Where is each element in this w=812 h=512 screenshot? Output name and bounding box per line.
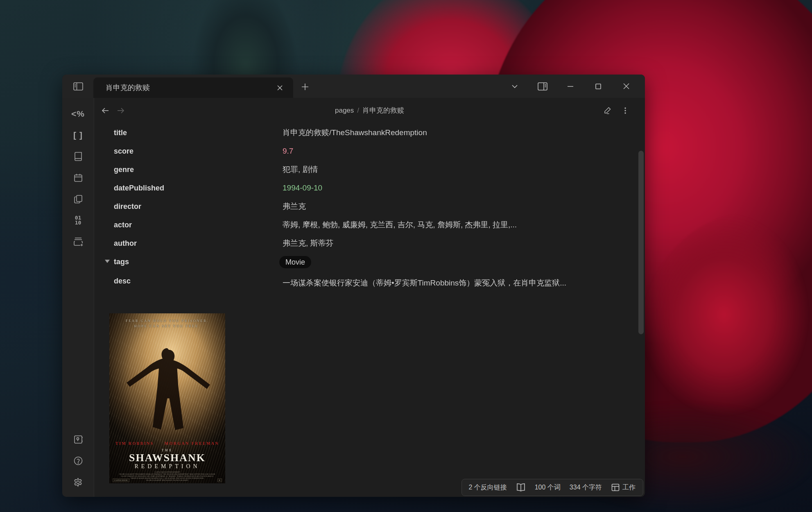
attr-row-director[interactable]: director 弗兰克 [114, 201, 645, 212]
window-controls [507, 78, 645, 95]
attr-value[interactable]: 9.7 [283, 145, 293, 157]
poster-actor-names: TIM ROBBINSMORGAN FREEMAN [109, 441, 225, 446]
sidebar-toggle-button[interactable] [69, 77, 87, 95]
vertical-scrollbar[interactable] [638, 151, 644, 334]
attr-row-tags[interactable]: tags Movie [114, 256, 645, 268]
rating-logo: R [217, 478, 222, 482]
word-count[interactable]: 100 个词 [535, 483, 561, 492]
attr-value[interactable]: 弗兰克 [283, 201, 306, 212]
forward-icon[interactable] [113, 103, 129, 118]
attr-row-genre[interactable]: genre 犯罪, 剧情 [114, 164, 645, 175]
poster-tagline: FEAR CAN HOLD YOU PRISONER. HOPE CAN SET… [109, 318, 225, 329]
status-bar: 2 个反向链接 100 个词 334 个字符 工作 [461, 479, 643, 496]
maximize-button[interactable] [590, 78, 606, 95]
breadcrumb-separator: / [354, 106, 362, 114]
breadcrumb-current[interactable]: 肖申克的救赎 [362, 106, 404, 114]
attr-row-score[interactable]: score 9.7 [114, 145, 645, 157]
movie-poster-image[interactable]: FEAR CAN HOLD YOU PRISONER. HOPE CAN SET… [109, 313, 225, 483]
attr-row-author[interactable]: author 弗兰克, 斯蒂芬 [114, 238, 645, 249]
more-kebab-icon[interactable] [618, 103, 633, 118]
tab-title: 肖申克的救赎 [106, 83, 273, 93]
settings-gear-icon[interactable] [68, 471, 89, 493]
attr-key: score [114, 145, 283, 157]
back-icon[interactable] [97, 103, 113, 118]
attr-value[interactable]: 一场谋杀案使银行家安迪（蒂姆•罗宾斯TimRobbins饰）蒙冤入狱，在肖申克监… [283, 275, 566, 290]
poster-title-main: SHAWSHANK [109, 452, 225, 464]
breadcrumb-parent[interactable]: pages [335, 106, 354, 114]
breadcrumb[interactable]: pages/肖申克的救赎 [94, 106, 645, 115]
attr-row-actor[interactable]: actor 蒂姆, 摩根, 鲍勃, 威廉姆, 克兰西, 吉尔, 马克, 詹姆斯,… [114, 219, 645, 231]
add-to-deck-icon[interactable] [68, 231, 89, 252]
calendar-icon[interactable] [68, 167, 89, 188]
attr-row-title[interactable]: title 肖申克的救赎/TheShawshankRedemption [114, 127, 645, 138]
attr-key: actor [114, 219, 283, 231]
char-count[interactable]: 334 个字符 [570, 483, 602, 492]
attr-value[interactable]: 1994-09-10 [283, 182, 322, 194]
tab-menu-chevron-icon[interactable] [507, 78, 523, 95]
attr-key: desc [114, 275, 283, 287]
workspace-name: 工作 [622, 483, 636, 492]
attr-value[interactable]: 犯罪, 剧情 [283, 164, 318, 175]
app-window: 肖申克的救赎 [62, 75, 645, 497]
split-view-icon[interactable] [534, 78, 551, 95]
tab-bar: 肖申克的救赎 [62, 75, 645, 98]
book-icon[interactable] [516, 483, 526, 492]
castle-rock-logo: CASTLE ROCK [113, 478, 129, 482]
editor-area: pages/肖申克的救赎 title 肖申克的救 [94, 98, 645, 497]
attr-value[interactable]: 肖申克的救赎/TheShawshankRedemption [283, 127, 427, 138]
backlink-count[interactable]: 2 个反向链接 [468, 483, 507, 492]
brackets-icon[interactable]: [ ] [68, 125, 89, 146]
binary-icon[interactable]: 0110 [68, 210, 89, 231]
copy-pages-icon[interactable] [68, 188, 89, 210]
attr-key: tags [114, 256, 283, 267]
notebook-icon[interactable] [68, 146, 89, 167]
attribute-table: title 肖申克的救赎/TheShawshankRedemption scor… [94, 123, 645, 290]
workspace-switcher[interactable]: 工作 [611, 483, 636, 492]
workspace-icon [611, 483, 620, 492]
poster-title-sub: REDEMPTION [109, 463, 225, 470]
tab-close-icon[interactable] [273, 81, 287, 95]
attr-row-desc[interactable]: desc 一场谋杀案使银行家安迪（蒂姆•罗宾斯TimRobbins饰）蒙冤入狱，… [114, 275, 645, 290]
template-icon[interactable]: <% [68, 103, 89, 125]
tab-shawshank[interactable]: 肖申克的救赎 [93, 77, 293, 98]
edit-pencil-icon[interactable] [600, 103, 615, 118]
doc-header: pages/肖申克的救赎 [94, 98, 645, 123]
data-safe-icon[interactable] [68, 429, 89, 450]
collapse-arrow-icon[interactable] [105, 260, 110, 263]
tag-pill-movie[interactable]: Movie [279, 256, 311, 268]
help-icon[interactable] [68, 450, 89, 471]
close-window-button[interactable] [618, 78, 634, 95]
attr-key: datePublished [114, 182, 283, 194]
attr-row-datePublished[interactable]: datePublished 1994-09-10 [114, 182, 645, 194]
new-tab-button[interactable] [296, 79, 314, 95]
attr-value[interactable]: 蒂姆, 摩根, 鲍勃, 威廉姆, 克兰西, 吉尔, 马克, 詹姆斯, 杰弗里, … [283, 219, 517, 231]
attr-key: genre [114, 164, 283, 175]
attr-key: author [114, 238, 283, 249]
attr-key: director [114, 201, 283, 212]
left-dock: <% [ ] [62, 98, 94, 497]
minimize-button[interactable] [562, 78, 579, 95]
attr-key: title [114, 127, 283, 138]
attr-value[interactable]: 弗兰克, 斯蒂芬 [283, 238, 334, 249]
